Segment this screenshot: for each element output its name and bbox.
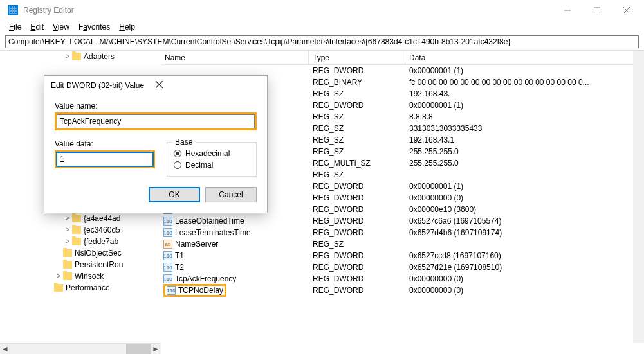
menu-edit[interactable]: Edit [26,21,48,33]
dialog-title-text: Edit DWORD (32-bit) Value [51,81,156,90]
radio-icon [174,161,181,169]
value-data: 8.8.8.8 [405,112,644,121]
value-data-input[interactable] [57,152,153,166]
scroll-thumb[interactable] [126,344,151,354]
value-row[interactable]: 110TCPNoDelayREG_DWORD0x00000000 (0) [161,285,644,296]
tree-toggle-icon[interactable]: > [63,215,72,222]
tree-item[interactable]: >Adapters [0,51,161,62]
value-type: REG_SZ [309,89,405,98]
tree-item[interactable]: >Winsock [0,270,161,282]
folder-icon [63,261,72,269]
base-group: Base Hexadecimal Decimal [167,142,257,177]
address-input[interactable] [5,35,639,48]
maximize-button[interactable] [582,0,612,21]
dialog-close-button[interactable] [156,81,261,90]
value-type: REG_DWORD [309,228,405,237]
value-data: 0x00000000 (0) [405,274,644,283]
tree-item[interactable]: >{a4ae44ad [0,213,161,224]
value-name: T1 [175,251,184,260]
value-data: 33130313033335433 [405,124,644,133]
dword-value-icon: 110 [163,274,172,283]
value-data: 192.168.43.1 [405,136,644,145]
close-button[interactable] [612,0,641,21]
dec-label: Decimal [185,161,213,170]
folder-icon [63,272,72,280]
folder-icon [63,249,72,257]
value-data: 0x00000000 (0) [405,286,644,295]
menubar: File Edit View Favorites Help [0,21,644,33]
scroll-right-icon[interactable]: ► [151,344,161,354]
value-data: 0x00000000 (0) [405,193,644,202]
ok-button[interactable]: OK [149,187,200,202]
menu-help[interactable]: Help [115,21,139,33]
value-name: LeaseTerminatesTime [175,228,251,237]
value-type: REG_DWORD [309,217,405,226]
value-type: REG_DWORD [309,251,405,260]
tree-toggle-icon[interactable]: > [63,238,72,245]
folder-icon [72,53,81,60]
value-name: LeaseObtainedTime [175,217,244,226]
value-type: REG_DWORD [309,66,405,75]
value-type: REG_SZ [309,112,405,121]
value-type: REG_DWORD [309,182,405,191]
value-type: REG_DWORD [309,286,405,295]
tree-toggle-icon[interactable]: > [63,227,72,233]
menu-view[interactable]: View [49,21,73,33]
scroll-left-icon[interactable]: ◄ [0,344,10,354]
value-name: T2 [175,263,184,272]
radio-decimal[interactable]: Decimal [174,161,250,170]
cancel-button[interactable]: Cancel [205,187,257,202]
value-data: 0x6527c6a6 (1697105574) [405,217,644,226]
tree-item[interactable]: NsiObjectSec [0,247,161,259]
value-row[interactable]: 110T1REG_DWORD0x6527ccd8 (1697107160) [161,250,644,261]
value-data-label: Value data: [55,139,155,148]
window-title: Registry Editor [23,6,553,15]
dword-value-icon: 110 [163,217,172,226]
minimize-button[interactable] [553,0,582,21]
tree-toggle-icon[interactable] [54,250,63,256]
tree-item[interactable]: Performance [0,282,161,294]
value-type: REG_MULTI_SZ [309,159,405,168]
value-name: TcpAckFrequency [175,274,236,283]
tree-item[interactable]: >{fedde7ab [0,236,161,247]
tree-horizontal-scrollbar[interactable]: ◄ ► [0,343,161,354]
hex-label: Hexadecimal [185,149,230,158]
dialog-titlebar[interactable]: Edit DWORD (32-bit) Value [44,76,267,95]
radio-hexadecimal[interactable]: Hexadecimal [174,149,250,158]
app-icon [8,5,18,15]
value-name-input[interactable] [57,114,255,128]
menu-favorites[interactable]: Favorites [75,21,114,33]
menu-file[interactable]: File [5,21,25,33]
value-type: REG_SZ [309,147,405,156]
tree-label: NsiObjectSec [75,249,122,258]
folder-icon [72,238,81,245]
value-row[interactable]: 110LeaseObtainedTimeREG_DWORD0x6527c6a6 … [161,215,644,227]
value-type: REG_SZ [309,136,405,145]
tree-toggle-icon[interactable]: > [54,273,63,279]
value-data: 255.255.255.0 [405,147,644,156]
tree-toggle-icon[interactable] [45,285,54,291]
tree-item[interactable]: PersistentRou [0,259,161,270]
folder-icon [72,215,81,222]
dword-value-icon: 110 [167,286,176,295]
value-row[interactable]: 110TcpAckFrequencyREG_DWORD0x00000000 (0… [161,273,644,285]
values-vertical-scrollbar[interactable] [633,51,644,343]
tree-label: {a4ae44ad [84,214,120,223]
col-header-name[interactable]: Name [161,51,309,64]
value-data: 0x00000001 (1) [405,101,644,110]
tree-toggle-icon[interactable] [54,261,63,268]
value-row[interactable]: abNameServerREG_SZ [161,238,644,250]
col-header-type[interactable]: Type [309,51,405,64]
value-data: 0x6527ccd8 (1697107160) [405,251,644,260]
string-value-icon: ab [163,240,172,249]
value-row[interactable]: 110LeaseTerminatesTimeREG_DWORD0x6527d4b… [161,227,644,238]
value-data: 255.255.255.0 [405,159,644,168]
value-name: NameServer [175,240,218,249]
tree-toggle-icon[interactable]: > [63,53,72,60]
tree-item[interactable]: >{ec3460d5 [0,224,161,236]
titlebar[interactable]: Registry Editor [0,0,644,21]
value-row[interactable]: 110T2REG_DWORD0x6527d21e (1697108510) [161,261,644,273]
col-header-data[interactable]: Data [405,51,644,64]
column-headers: Name Type Data [161,51,644,65]
tree-item [0,62,161,74]
